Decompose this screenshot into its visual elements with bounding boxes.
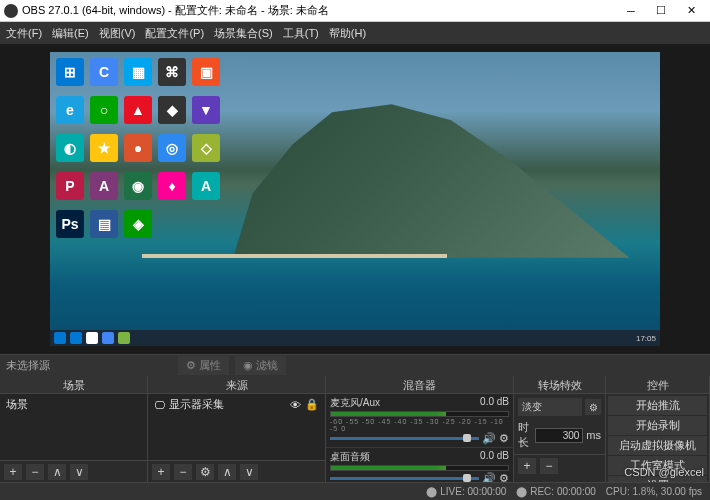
transitions-header: 转场特效 (514, 376, 605, 394)
track-db: 0.0 dB (480, 450, 509, 464)
visibility-toggle-icon[interactable]: 👁 (290, 399, 301, 411)
close-button[interactable]: ✕ (676, 1, 706, 21)
track-db: 0.0 dB (480, 396, 509, 410)
status-bar: ⬤ LIVE: 00:00:00 ⬤ REC: 00:00:00 CPU: 1.… (0, 482, 710, 500)
filters-button[interactable]: ◉滤镜 (235, 356, 286, 375)
add-source-button[interactable]: + (152, 464, 170, 480)
transitions-panel: 转场特效 淡变 ⚙ 时长 ms + − (514, 376, 606, 482)
transition-select[interactable]: 淡变 (518, 398, 582, 416)
minimize-button[interactable]: ─ (616, 1, 646, 21)
rec-status: ⬤ REC: 00:00:00 (516, 486, 595, 497)
maximize-button[interactable]: ☐ (646, 1, 676, 21)
volume-slider[interactable] (330, 477, 479, 480)
window-title: OBS 27.0.1 (64-bit, windows) - 配置文件: 未命名… (22, 3, 616, 18)
start-streaming-button[interactable]: 开始推流 (608, 396, 707, 415)
controls-header: 控件 (606, 376, 709, 394)
source-status-row: 未选择源 ⚙属性 ◉滤镜 (0, 354, 710, 376)
scene-down-button[interactable]: ∨ (70, 464, 88, 480)
volume-meter (330, 465, 509, 471)
duration-unit: ms (586, 429, 601, 441)
source-label: 显示器采集 (169, 397, 224, 412)
menu-tools[interactable]: 工具(T) (283, 26, 319, 41)
scenes-panel: 场景 场景 + − ∧ ∨ (0, 376, 148, 482)
transition-gear-icon[interactable]: ⚙ (585, 399, 601, 415)
mixer-track-desktop: 桌面音频0.0 dB 🔊 ⚙ (326, 448, 513, 482)
desktop-icons: ⊞C▦⌘▣ e○▲◆▼ ◐★●◎◇ PA◉♦A Ps▤◈ (56, 58, 224, 246)
preview-taskbar: 17:05 (50, 330, 660, 346)
add-transition-button[interactable]: + (518, 458, 536, 474)
mixer-panel: 混音器 麦克风/Aux0.0 dB -60 -55 -50 -45 -40 -3… (326, 376, 514, 482)
filter-icon: ◉ (243, 359, 253, 372)
meter-ticks: -60 -55 -50 -45 -40 -35 -30 -25 -20 -15 … (330, 418, 509, 432)
menu-bar: 文件(F) 编辑(E) 视图(V) 配置文件(P) 场景集合(S) 工具(T) … (0, 22, 710, 44)
sources-panel: 来源 🖵 显示器采集 👁 🔒 + − ⚙ ∧ ∨ (148, 376, 326, 482)
menu-scene-collection[interactable]: 场景集合(S) (214, 26, 273, 41)
menu-profile[interactable]: 配置文件(P) (145, 26, 204, 41)
mixer-header: 混音器 (326, 376, 513, 394)
source-item[interactable]: 🖵 显示器采集 👁 🔒 (148, 394, 325, 415)
track-name: 桌面音频 (330, 450, 370, 464)
source-up-button[interactable]: ∧ (218, 464, 236, 480)
speaker-icon[interactable]: 🔊 (482, 432, 496, 445)
track-gear-icon[interactable]: ⚙ (499, 472, 509, 482)
track-gear-icon[interactable]: ⚙ (499, 432, 509, 445)
cpu-status: CPU: 1.8%, 30.00 fps (606, 486, 702, 497)
gear-icon: ⚙ (186, 359, 196, 372)
preview-area[interactable]: ⊞C▦⌘▣ e○▲◆▼ ◐★●◎◇ PA◉♦A Ps▤◈ 17:05 (0, 44, 710, 354)
remove-scene-button[interactable]: − (26, 464, 44, 480)
remove-transition-button[interactable]: − (540, 458, 558, 474)
preview-canvas: ⊞C▦⌘▣ e○▲◆▼ ◐★●◎◇ PA◉♦A Ps▤◈ 17:05 (50, 52, 660, 346)
sources-header: 来源 (148, 376, 325, 394)
window-titlebar: OBS 27.0.1 (64-bit, windows) - 配置文件: 未命名… (0, 0, 710, 22)
duration-label: 时长 (518, 420, 532, 450)
speaker-icon[interactable]: 🔊 (482, 472, 496, 482)
source-properties-button[interactable]: ⚙ (196, 464, 214, 480)
track-name: 麦克风/Aux (330, 396, 380, 410)
no-selection-label: 未选择源 (0, 358, 148, 373)
start-recording-button[interactable]: 开始录制 (608, 416, 707, 435)
virtual-camera-button[interactable]: 启动虚拟摄像机 (608, 436, 707, 455)
properties-button[interactable]: ⚙属性 (178, 356, 229, 375)
watermark: CSDN @glexcel (624, 466, 704, 478)
duration-input[interactable] (535, 428, 583, 443)
remove-source-button[interactable]: − (174, 464, 192, 480)
scene-up-button[interactable]: ∧ (48, 464, 66, 480)
menu-help[interactable]: 帮助(H) (329, 26, 366, 41)
volume-slider[interactable] (330, 437, 479, 440)
live-status: ⬤ LIVE: 00:00:00 (426, 486, 506, 497)
volume-meter (330, 411, 509, 417)
docked-panels: 场景 场景 + − ∧ ∨ 来源 🖵 显示器采集 👁 🔒 (0, 376, 710, 482)
source-down-button[interactable]: ∨ (240, 464, 258, 480)
menu-file[interactable]: 文件(F) (6, 26, 42, 41)
menu-view[interactable]: 视图(V) (99, 26, 136, 41)
mixer-track-mic: 麦克风/Aux0.0 dB -60 -55 -50 -45 -40 -35 -3… (326, 394, 513, 448)
scene-item[interactable]: 场景 (0, 394, 147, 415)
add-scene-button[interactable]: + (4, 464, 22, 480)
app-icon (4, 4, 18, 18)
lock-icon[interactable]: 🔒 (305, 398, 319, 411)
monitor-icon: 🖵 (154, 399, 165, 411)
menu-edit[interactable]: 编辑(E) (52, 26, 89, 41)
scenes-header: 场景 (0, 376, 147, 394)
